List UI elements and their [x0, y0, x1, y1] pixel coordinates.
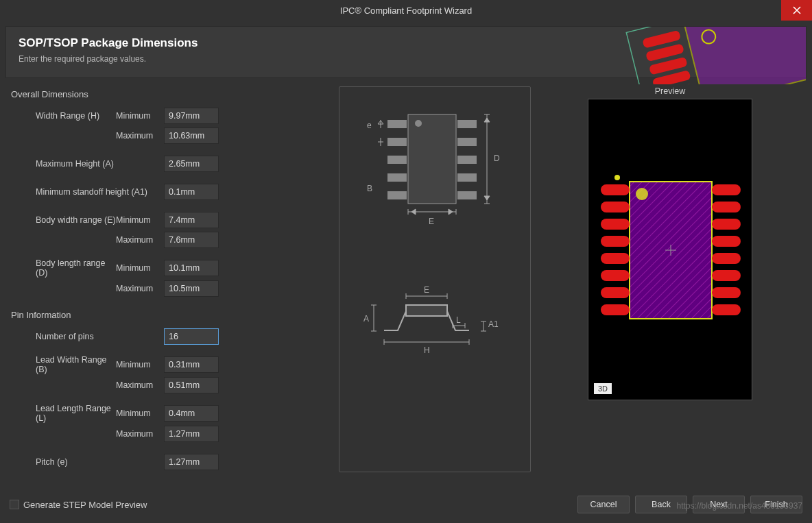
lead-length-min-input[interactable]	[164, 405, 219, 422]
header-panel: SOP/TSOP Package Dimensions Enter the re…	[5, 26, 807, 78]
body-length-label: Body length range (D)	[10, 258, 116, 278]
preview-render	[588, 99, 753, 401]
overall-dimensions-title: Overall Dimensions	[11, 89, 291, 99]
pitch-label: Pitch (e)	[10, 457, 116, 467]
svg-rect-47	[601, 287, 630, 298]
min-standoff-input[interactable]	[164, 184, 219, 200]
svg-rect-22	[457, 191, 477, 199]
pin-information-title: Pin Information	[11, 310, 291, 320]
lead-width-label: Lead Width Range (B)	[10, 355, 116, 374]
svg-rect-53	[712, 253, 741, 264]
svg-rect-45	[601, 253, 630, 264]
max-label: Maximum	[116, 131, 164, 141]
watermark: https://blog.csdn.net/as480133937	[677, 501, 802, 511]
svg-rect-14	[387, 138, 407, 146]
page-subtitle: Enter the required package values.	[19, 54, 198, 64]
svg-rect-13	[387, 120, 407, 128]
svg-rect-27	[406, 305, 447, 316]
package-diagram: e B D E E A A1	[346, 94, 518, 396]
num-pins-input[interactable]	[164, 328, 219, 345]
svg-point-38	[614, 175, 620, 180]
width-range-min-input[interactable]	[164, 108, 219, 124]
svg-rect-41	[601, 184, 630, 195]
svg-text:E: E	[424, 285, 429, 295]
svg-rect-21	[457, 173, 477, 182]
svg-rect-51	[712, 219, 741, 230]
lead-length-max-input[interactable]	[164, 426, 219, 442]
svg-text:B: B	[367, 184, 372, 193]
pitch-input[interactable]	[164, 454, 219, 470]
svg-rect-55	[712, 287, 741, 298]
max-height-input[interactable]	[164, 156, 219, 172]
svg-rect-20	[457, 156, 477, 164]
svg-rect-48	[601, 304, 630, 315]
svg-rect-50	[712, 202, 741, 212]
cancel-button[interactable]: Cancel	[577, 496, 630, 513]
page-title: SOP/TSOP Package Dimensions	[19, 36, 198, 50]
svg-rect-18	[457, 120, 477, 128]
body-width-min-input[interactable]	[164, 212, 219, 228]
svg-text:e: e	[367, 121, 372, 130]
svg-rect-1	[684, 27, 806, 84]
body-width-label: Body width range (E)	[10, 215, 116, 225]
svg-rect-44	[601, 236, 630, 247]
window-title: IPC® Compliant Footprint Wizard	[340, 5, 472, 16]
svg-rect-54	[712, 270, 741, 281]
svg-rect-49	[712, 184, 741, 195]
num-pins-label: Number of pins	[10, 332, 116, 341]
svg-text:E: E	[429, 217, 434, 226]
width-range-max-input[interactable]	[164, 127, 219, 144]
body-length-max-input[interactable]	[164, 280, 219, 297]
header-decoration: 1	[614, 27, 806, 84]
max-height-label: Maximum Height (A)	[10, 159, 116, 169]
svg-rect-56	[712, 304, 741, 315]
svg-rect-42	[601, 202, 630, 212]
svg-rect-16	[387, 173, 407, 182]
preview-title: Preview	[538, 86, 802, 96]
svg-text:D: D	[494, 154, 500, 163]
diagram-panel: e B D E E A A1	[339, 86, 531, 472]
preview-3d-button[interactable]: 3D	[594, 383, 612, 394]
close-icon	[793, 6, 801, 14]
form-column: Overall Dimensions Width Range (H) Minim…	[10, 86, 291, 472]
svg-text:A1: A1	[488, 319, 499, 329]
svg-text:A: A	[363, 314, 369, 324]
svg-point-12	[415, 120, 422, 127]
titlebar: IPC® Compliant Footprint Wizard	[0, 0, 812, 21]
preview-column: Preview	[538, 86, 802, 472]
svg-rect-17	[387, 191, 407, 199]
lead-width-max-input[interactable]	[164, 377, 219, 393]
body-width-max-input[interactable]	[164, 232, 219, 248]
generate-step-checkbox[interactable]	[10, 500, 19, 509]
svg-text:H: H	[424, 345, 430, 355]
min-label: Minimum	[116, 111, 164, 121]
lead-width-min-input[interactable]	[164, 356, 219, 373]
svg-rect-46	[601, 270, 630, 281]
body-length-min-input[interactable]	[164, 260, 219, 276]
close-button[interactable]	[781, 0, 812, 21]
svg-rect-11	[408, 114, 456, 204]
svg-rect-19	[457, 138, 477, 146]
svg-rect-43	[601, 219, 630, 230]
svg-rect-15	[387, 156, 407, 164]
svg-point-37	[636, 188, 648, 200]
min-standoff-label: Minimum standoff height (A1)	[10, 187, 164, 197]
preview-viewport[interactable]: 3D	[588, 99, 752, 400]
width-range-label: Width Range (H)	[10, 111, 116, 121]
svg-text:L: L	[456, 315, 461, 325]
svg-rect-52	[712, 236, 741, 247]
lead-length-label: Lead Length Range (L)	[10, 404, 116, 423]
generate-step-label: Generate STEP Model Preview	[23, 500, 147, 510]
